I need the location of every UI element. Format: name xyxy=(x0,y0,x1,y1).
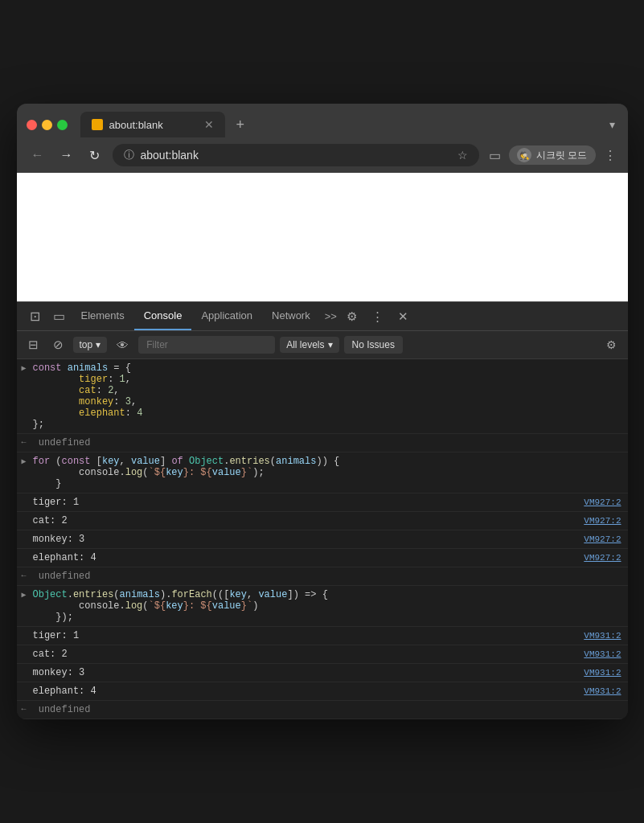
console-toolbar: ⊟ ⊘ top ▾ 👁 All levels ▾ No Issues ⚙ xyxy=(17,331,628,359)
bookmark-icon[interactable]: ☆ xyxy=(457,149,468,162)
filter-input[interactable] xyxy=(138,336,275,354)
tab-close-button[interactable]: ✕ xyxy=(204,118,214,131)
page-content xyxy=(17,173,628,301)
console-entry-undefined-2: ← undefined xyxy=(17,567,628,586)
console-log-tiger-1: tiger: 1 VM927:2 xyxy=(17,493,628,512)
log-text: cat: 2 xyxy=(33,649,585,660)
result-text: undefined xyxy=(39,437,91,448)
console-output: ▶ const animals = { tiger: 1, cat: 2, mo… xyxy=(17,359,628,719)
address-input-container[interactable]: ⓘ about:blank ☆ xyxy=(113,144,480,166)
log-text: elephant: 4 xyxy=(33,552,585,563)
minimize-window-button[interactable] xyxy=(42,120,52,130)
tab-application[interactable]: Application xyxy=(191,302,262,330)
console-entry-1: ▶ const animals = { tiger: 1, cat: 2, mo… xyxy=(17,359,628,434)
level-selector[interactable]: All levels ▾ xyxy=(280,337,338,353)
clear-console-button[interactable]: ⊘ xyxy=(48,334,68,355)
log-text: tiger: 1 xyxy=(33,630,585,641)
level-label: All levels xyxy=(286,339,324,350)
log-source[interactable]: VM927:2 xyxy=(584,497,621,507)
tab-console[interactable]: Console xyxy=(134,302,192,330)
devtools-inspect-button[interactable]: ⊡ xyxy=(23,302,47,330)
lock-icon: ⓘ xyxy=(124,148,134,162)
log-source[interactable]: VM931:2 xyxy=(584,631,621,641)
log-text: monkey: 3 xyxy=(33,534,585,545)
tab-favicon xyxy=(92,119,103,130)
browser-window: about:blank ✕ + ▾ ← → ↻ ⓘ about:blank ☆ … xyxy=(17,104,628,719)
address-actions: ▭ 🕵 시크릿 모드 ⋮ xyxy=(489,145,616,165)
result-text: undefined xyxy=(39,571,91,582)
browser-tab[interactable]: about:blank ✕ xyxy=(80,112,225,137)
devtools-more-button[interactable]: ⋮ xyxy=(367,305,388,329)
log-text: monkey: 3 xyxy=(33,667,585,678)
tab-title: about:blank xyxy=(109,119,198,131)
console-log-monkey-1: monkey: 3 VM927:2 xyxy=(17,530,628,549)
console-log-tiger-2: tiger: 1 VM931:2 xyxy=(17,627,628,645)
console-entry-3: ▶ for (const [key, value] of Object.entr… xyxy=(17,452,628,493)
console-log-cat-1: cat: 2 VM927:2 xyxy=(17,512,628,530)
result-arrow: ← xyxy=(22,705,27,714)
log-text: tiger: 1 xyxy=(33,497,585,508)
tab-network[interactable]: Network xyxy=(262,302,320,330)
incognito-label: 시크릿 모드 xyxy=(536,149,587,162)
console-log-cat-2: cat: 2 VM931:2 xyxy=(17,645,628,664)
context-dropdown-icon: ▾ xyxy=(96,339,100,350)
result-arrow: ← xyxy=(22,438,27,447)
traffic-lights xyxy=(27,120,68,130)
title-bar: about:blank ✕ + ▾ xyxy=(17,104,628,137)
new-tab-button[interactable]: + xyxy=(236,117,245,133)
log-source[interactable]: VM931:2 xyxy=(584,686,621,696)
incognito-badge: 🕵 시크릿 모드 xyxy=(509,145,595,165)
console-entry-undefined-final: ← undefined xyxy=(17,701,628,719)
console-log-monkey-2: monkey: 3 VM931:2 xyxy=(17,664,628,682)
log-source[interactable]: VM927:2 xyxy=(584,534,621,544)
entry-arrow: ▶ xyxy=(22,363,27,373)
log-text: cat: 2 xyxy=(33,515,585,526)
log-source[interactable]: VM927:2 xyxy=(584,553,621,563)
console-log-elephant-2: elephant: 4 VM931:2 xyxy=(17,682,628,701)
no-issues-button[interactable]: No Issues xyxy=(344,336,403,354)
devtools-close-button[interactable]: ✕ xyxy=(393,305,413,329)
incognito-icon: 🕵 xyxy=(517,148,531,162)
back-button[interactable]: ← xyxy=(28,146,47,164)
split-view-button[interactable]: ▭ xyxy=(489,148,501,163)
log-text: elephant: 4 xyxy=(33,686,585,697)
address-bar: ← → ↻ ⓘ about:blank ☆ ▭ 🕵 시크릿 모드 ⋮ xyxy=(17,137,628,173)
address-text: about:blank xyxy=(141,149,452,162)
log-source[interactable]: VM931:2 xyxy=(584,649,621,659)
entry-arrow: ▶ xyxy=(22,457,27,466)
console-entry-foreach: ▶ Object.entries(animals).forEach(([key,… xyxy=(17,586,628,627)
log-source[interactable]: VM927:2 xyxy=(584,516,621,526)
console-log-elephant-1: elephant: 4 VM927:2 xyxy=(17,549,628,567)
context-selector[interactable]: top ▾ xyxy=(73,337,108,353)
eye-button[interactable]: 👁 xyxy=(112,335,133,355)
devtools-tab-bar: ⊡ ▭ Elements Console Application Network… xyxy=(17,302,628,331)
devtools-settings-button[interactable]: ⚙ xyxy=(342,305,362,329)
result-arrow: ← xyxy=(22,571,27,580)
entry-arrow: ▶ xyxy=(22,590,27,600)
tab-menu-button[interactable]: ▾ xyxy=(609,118,618,131)
context-label: top xyxy=(80,339,93,350)
forward-button[interactable]: → xyxy=(57,146,76,164)
reload-button[interactable]: ↻ xyxy=(86,146,103,165)
console-entry-2: ← undefined xyxy=(17,434,628,452)
log-source[interactable]: VM931:2 xyxy=(584,668,621,678)
close-window-button[interactable] xyxy=(27,120,37,130)
menu-button[interactable]: ⋮ xyxy=(604,148,617,163)
tab-more-button[interactable]: >> xyxy=(320,304,342,329)
sidebar-toggle-button[interactable]: ⊟ xyxy=(23,334,43,355)
tab-elements[interactable]: Elements xyxy=(72,302,134,330)
result-text: undefined xyxy=(39,704,91,715)
devtools-panel: ⊡ ▭ Elements Console Application Network… xyxy=(17,301,628,719)
devtools-device-button[interactable]: ▭ xyxy=(47,302,72,330)
maximize-window-button[interactable] xyxy=(57,120,68,130)
console-settings-button[interactable]: ⚙ xyxy=(601,335,621,354)
level-dropdown-icon: ▾ xyxy=(328,339,333,350)
devtools-actions: ⚙ ⋮ ✕ xyxy=(342,305,413,329)
